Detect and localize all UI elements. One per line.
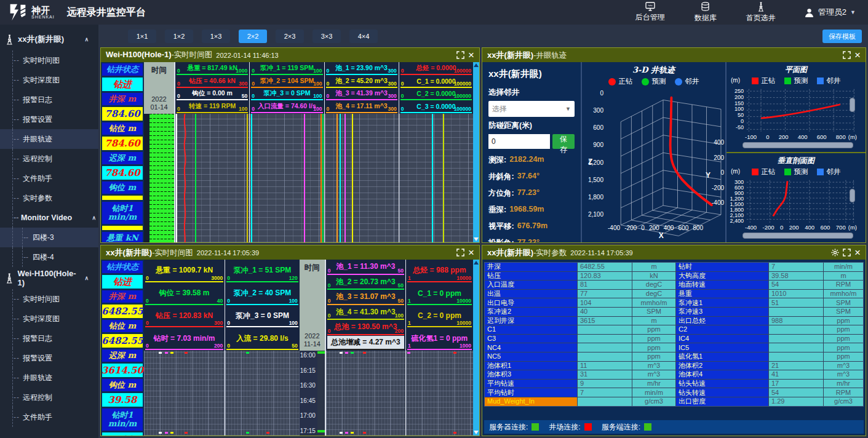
curve-label: 钻压 = 40.66 kN	[189, 77, 236, 86]
sidebar-item-Wei-H100(Hole-1)[interactable]: Wei-H100(Hole-1)∧	[0, 267, 98, 289]
y-axis-ticks: 250200150100500-50	[729, 88, 746, 133]
sidebar-item-报警日志[interactable]: 报警日志	[0, 90, 98, 110]
expand-icon[interactable]	[456, 249, 464, 257]
settings-gear-icon[interactable]	[831, 249, 839, 257]
close-icon[interactable]: ×	[854, 50, 861, 60]
sidebar-item-文件助手[interactable]: 文件助手	[0, 407, 98, 427]
neighbor-select[interactable]: 选择 ▼	[488, 101, 575, 117]
axis-tick: -200	[763, 224, 774, 231]
vertical-scrollbar[interactable]	[850, 98, 855, 112]
curve-min-scale: 0	[227, 275, 230, 281]
close-icon[interactable]: ×	[468, 247, 474, 258]
param-value	[578, 325, 632, 334]
sidebar-item-实时时间图[interactable]: 实时时间图	[0, 289, 98, 309]
curve-max-scale: 100	[313, 106, 322, 112]
vertical-scrollbar[interactable]	[473, 260, 479, 436]
save-template-button[interactable]: 保存模板	[822, 30, 862, 43]
sidebar-item-实时参数[interactable]: 实时参数	[0, 188, 98, 208]
param-unit: ppm	[824, 335, 863, 343]
sidebar-item-远程控制[interactable]: 远程控制	[0, 149, 98, 169]
close-icon[interactable]: ×	[468, 50, 474, 60]
expand-icon[interactable]	[843, 249, 851, 257]
derrick-icon	[5, 273, 14, 284]
expand-icon[interactable]	[843, 51, 851, 59]
layout-button-2×2[interactable]: 2×2	[239, 30, 267, 43]
horizontal-scrollbar[interactable]	[743, 233, 853, 239]
sidebar-item-实时深度图[interactable]: 实时深度图	[0, 70, 98, 90]
scroll-up-icon[interactable]	[474, 261, 479, 265]
legend-swatch	[817, 78, 824, 84]
value-column: 钻井状态钻进井深 m6482.55钻位 m6482.55迟深 m3614.50钩…	[101, 260, 144, 436]
curve-max-scale: 100000	[454, 106, 471, 112]
param-value: 988	[769, 317, 823, 325]
param-unit: ppm	[632, 352, 675, 361]
param-name: 出口总烃	[676, 317, 768, 325]
layout-button-3×3[interactable]: 3×3	[313, 30, 341, 43]
activity-strip	[144, 114, 149, 242]
curve-max-scale: 50	[397, 298, 403, 304]
param-unit: mmho/m	[632, 298, 675, 307]
trajectory-3d-chart: 3-D 井轨迹 正钻预测邻井 Z 03006009001,2001,5001,8…	[582, 62, 727, 242]
chevron-up-icon: ∧	[84, 275, 91, 281]
trajectory-field: 垂深:1968.59m	[488, 205, 575, 215]
param-unit: m	[824, 272, 863, 281]
sidebar-item-xx井(新井眼)[interactable]: xx井(新井眼)∧	[0, 28, 98, 50]
sidebar-item-井眼轨迹[interactable]: 井眼轨迹	[0, 129, 98, 149]
sidebar-item-四楼-4[interactable]: 四楼-4	[0, 247, 98, 267]
curve-max-scale: 300	[388, 68, 397, 74]
curve-max-scale: 100000	[454, 81, 471, 87]
axis-tick: 600	[820, 224, 830, 231]
layout-button-1×2[interactable]: 1×2	[165, 30, 193, 43]
menu-backstage-admin[interactable]: 后台管理	[635, 2, 665, 23]
track-plot	[399, 114, 473, 242]
param-name: 泵冲速1	[676, 298, 768, 307]
user-menu[interactable]: 管理员2 ▼	[804, 7, 856, 18]
sidebar-item-实时时间图[interactable]: 实时时间图	[0, 50, 98, 70]
layout-button-4×4[interactable]: 4×4	[349, 30, 378, 43]
sidebar-item-报警设置[interactable]: 报警设置	[0, 348, 98, 368]
curve-min-scale: 1	[408, 275, 411, 281]
time-tick: 16:30	[300, 382, 317, 389]
layout-button-2×3[interactable]: 2×3	[276, 30, 304, 43]
sidebar-item-报警设置[interactable]: 报警设置	[0, 110, 98, 129]
sidebar-item-Monitor Video[interactable]: Monitor Video∧	[0, 208, 98, 228]
save-distance-button[interactable]: 保存	[552, 134, 575, 149]
scroll-down-icon[interactable]	[474, 237, 479, 241]
sidebar-item-远程控制[interactable]: 远程控制	[0, 388, 98, 407]
trajectory-field: 方位角:77.23°	[488, 188, 575, 199]
menu-database[interactable]: 数据库	[695, 2, 717, 23]
curve-header: 0钩位 = 0.00 m50	[177, 89, 248, 101]
curve-header: 1总烃 = 988 ppm10000	[407, 260, 472, 282]
legend-item: 预测	[784, 167, 808, 177]
x-axis-unit: (m)	[848, 133, 857, 140]
param-unit: g/cm3	[632, 397, 675, 406]
distance-input[interactable]	[488, 134, 550, 149]
sidebar-item-四楼-3[interactable]: 四楼-3	[0, 228, 98, 247]
legend-label: 预测	[794, 167, 808, 177]
menu-home-well-select[interactable]: 首页选井	[746, 2, 776, 23]
panel-realtime-chart-weih100: Wei-H100(Hole-1)-实时时间图 2022-01-14 11:46:…	[100, 47, 480, 243]
x-axis-unit: (m)	[848, 224, 857, 231]
expand-icon[interactable]	[456, 51, 464, 59]
param-value: 784.60	[102, 166, 143, 180]
curve-min-scale: 0	[401, 106, 404, 112]
layout-button-1×1[interactable]: 1×1	[128, 30, 156, 43]
curve-header: 0悬重 = 817.49 kN1000	[177, 63, 248, 75]
sidebar-item-井眼轨迹[interactable]: 井眼轨迹	[0, 368, 98, 388]
sidebar-item-报警日志[interactable]: 报警日志	[0, 328, 98, 348]
curve-max-scale: 100	[289, 298, 298, 304]
vertical-scrollbar[interactable]	[473, 62, 479, 242]
curve-min-scale: 1	[408, 320, 411, 326]
vertical-scrollbar[interactable]	[850, 189, 855, 203]
curve-header: 0泵冲_2 = 40 SPM100	[226, 283, 298, 305]
layout-button-1×3[interactable]: 1×3	[202, 30, 230, 43]
sidebar-item-文件助手[interactable]: 文件助手	[0, 169, 98, 188]
horizontal-scrollbar[interactable]	[743, 142, 853, 148]
sidebar-item-实时深度图[interactable]: 实时深度图	[0, 309, 98, 328]
sidebar-item-label: 报警日志	[23, 333, 52, 344]
param-name: 钻压	[485, 272, 577, 281]
close-icon[interactable]: ×	[854, 247, 861, 258]
track-drilling: 0悬重 = 1009.7 kN30000钩位 = 39.58 m400钻压 = …	[144, 260, 225, 436]
scroll-up-icon[interactable]	[474, 63, 479, 67]
scroll-down-icon[interactable]	[474, 431, 479, 434]
